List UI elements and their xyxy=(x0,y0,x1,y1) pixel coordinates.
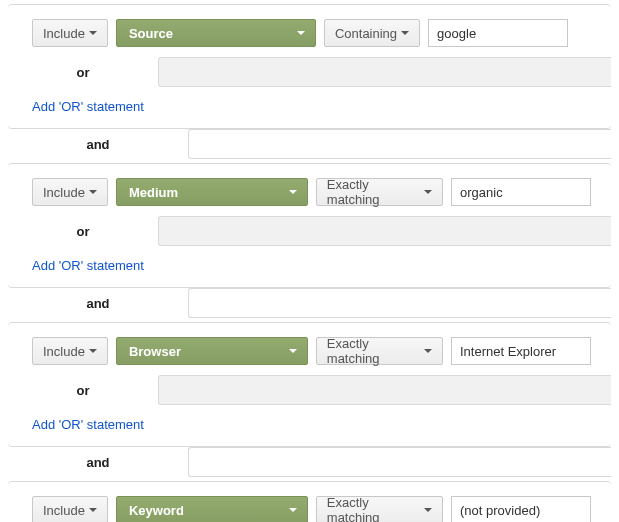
match-type-label: Exactly matching xyxy=(327,177,420,207)
caret-down-icon xyxy=(89,31,97,35)
or-label-wrap: or xyxy=(8,375,158,405)
dimension-label: Medium xyxy=(129,185,178,200)
condition-row: IncludeBrowserExactly matching xyxy=(8,323,611,375)
and-gutter xyxy=(188,288,611,318)
caret-down-icon xyxy=(424,190,432,194)
match-type-label: Exactly matching xyxy=(327,336,420,366)
caret-down-icon xyxy=(289,349,297,353)
and-label: and xyxy=(86,137,109,152)
dimension-dropdown[interactable]: Browser xyxy=(116,337,308,365)
match-type-dropdown[interactable]: Exactly matching xyxy=(316,337,443,365)
filter-group: IncludeKeywordExactly matching xyxy=(8,481,611,522)
add-or-link[interactable]: Add 'OR' statement xyxy=(32,99,144,114)
caret-down-icon xyxy=(297,31,305,35)
caret-down-icon xyxy=(89,190,97,194)
include-label: Include xyxy=(43,503,85,518)
or-label: or xyxy=(77,65,90,80)
value-input[interactable] xyxy=(451,337,591,365)
caret-down-icon xyxy=(89,349,97,353)
or-gutter xyxy=(158,375,611,405)
include-label: Include xyxy=(43,26,85,41)
or-separator: or xyxy=(8,375,611,405)
condition-row: IncludeSourceContaining xyxy=(8,5,611,57)
condition-row: IncludeKeywordExactly matching xyxy=(8,482,611,522)
match-type-dropdown[interactable]: Containing xyxy=(324,19,420,47)
caret-down-icon xyxy=(424,508,432,512)
caret-down-icon xyxy=(424,349,432,353)
include-dropdown[interactable]: Include xyxy=(32,178,108,206)
include-dropdown[interactable]: Include xyxy=(32,496,108,522)
dimension-label: Keyword xyxy=(129,503,184,518)
add-or-link[interactable]: Add 'OR' statement xyxy=(32,417,144,432)
and-label-wrap: and xyxy=(8,447,188,477)
or-label: or xyxy=(77,383,90,398)
filter-group: IncludeBrowserExactly matchingorAdd 'OR'… xyxy=(8,322,611,447)
include-dropdown[interactable]: Include xyxy=(32,337,108,365)
or-label: or xyxy=(77,224,90,239)
and-label: and xyxy=(86,296,109,311)
and-gutter xyxy=(188,129,611,159)
and-gutter xyxy=(188,447,611,477)
and-separator: and xyxy=(8,288,611,318)
add-or-row: Add 'OR' statement xyxy=(8,246,611,287)
dimension-label: Source xyxy=(129,26,173,41)
and-separator: and xyxy=(8,447,611,477)
include-label: Include xyxy=(43,344,85,359)
or-label-wrap: or xyxy=(8,57,158,87)
add-or-row: Add 'OR' statement xyxy=(8,405,611,446)
filter-group: IncludeSourceContainingorAdd 'OR' statem… xyxy=(8,4,611,129)
include-label: Include xyxy=(43,185,85,200)
caret-down-icon xyxy=(289,508,297,512)
and-label-wrap: and xyxy=(8,288,188,318)
dimension-dropdown[interactable]: Keyword xyxy=(116,496,308,522)
dimension-dropdown[interactable]: Source xyxy=(116,19,316,47)
and-separator: and xyxy=(8,129,611,159)
dimension-label: Browser xyxy=(129,344,181,359)
or-gutter xyxy=(158,216,611,246)
dimension-dropdown[interactable]: Medium xyxy=(116,178,308,206)
and-label: and xyxy=(86,455,109,470)
caret-down-icon xyxy=(289,190,297,194)
condition-row: IncludeMediumExactly matching xyxy=(8,164,611,216)
match-type-dropdown[interactable]: Exactly matching xyxy=(316,178,443,206)
match-type-dropdown[interactable]: Exactly matching xyxy=(316,496,443,522)
match-type-label: Containing xyxy=(335,26,397,41)
filter-group: IncludeMediumExactly matchingorAdd 'OR' … xyxy=(8,163,611,288)
include-dropdown[interactable]: Include xyxy=(32,19,108,47)
or-separator: or xyxy=(8,57,611,87)
caret-down-icon xyxy=(401,31,409,35)
value-input[interactable] xyxy=(451,178,591,206)
match-type-label: Exactly matching xyxy=(327,495,420,522)
add-or-link[interactable]: Add 'OR' statement xyxy=(32,258,144,273)
or-gutter xyxy=(158,57,611,87)
value-input[interactable] xyxy=(451,496,591,522)
value-input[interactable] xyxy=(428,19,568,47)
and-label-wrap: and xyxy=(8,129,188,159)
add-or-row: Add 'OR' statement xyxy=(8,87,611,128)
or-separator: or xyxy=(8,216,611,246)
or-label-wrap: or xyxy=(8,216,158,246)
caret-down-icon xyxy=(89,508,97,512)
